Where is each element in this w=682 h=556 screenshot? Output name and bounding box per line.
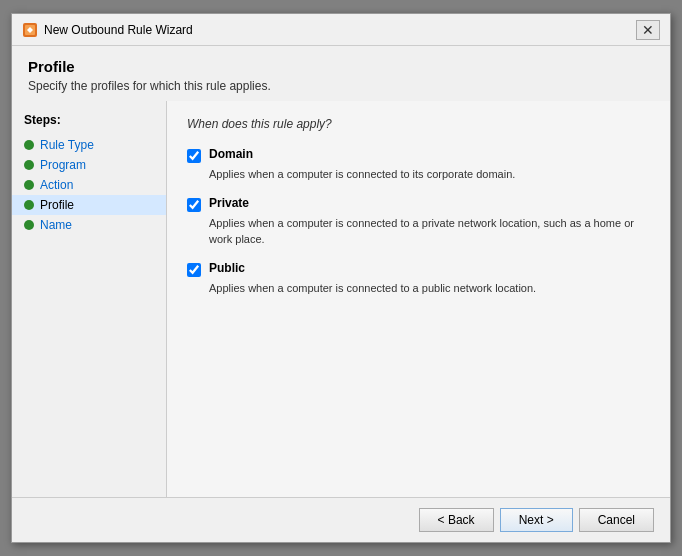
wizard-header: Profile Specify the profiles for which t… [12,46,670,101]
content-area: Profile Specify the profiles for which t… [12,46,670,542]
private-description: Applies when a computer is connected to … [209,216,650,247]
option-private: Private Applies when a computer is conne… [187,196,650,247]
question-text: When does this rule apply? [187,117,650,131]
step-indicator [24,220,34,230]
sidebar-item-profile[interactable]: Profile [12,195,166,215]
next-button[interactable]: Next > [500,508,573,532]
sidebar-item-program[interactable]: Program [12,155,166,175]
public-checkbox[interactable] [187,263,201,277]
option-private-row: Private [187,196,650,212]
sidebar-item-label: Program [40,158,86,172]
close-button[interactable]: ✕ [636,20,660,40]
title-bar: New Outbound Rule Wizard ✕ [12,14,670,46]
domain-description: Applies when a computer is connected to … [209,167,650,182]
sidebar-header: Steps: [12,109,166,135]
main-body: Steps: Rule Type Program Action Profile [12,101,670,497]
window-title: New Outbound Rule Wizard [44,23,193,37]
step-indicator [24,160,34,170]
sidebar-item-label: Action [40,178,73,192]
right-panel: When does this rule apply? Domain Applie… [167,101,670,497]
page-subtitle: Specify the profiles for which this rule… [28,79,654,93]
private-label: Private [209,196,249,210]
domain-label: Domain [209,147,253,161]
sidebar: Steps: Rule Type Program Action Profile [12,101,167,497]
sidebar-item-label: Profile [40,198,74,212]
option-public: Public Applies when a computer is connec… [187,261,650,296]
window-icon [22,22,38,38]
sidebar-item-rule-type[interactable]: Rule Type [12,135,166,155]
step-indicator [24,140,34,150]
cancel-button[interactable]: Cancel [579,508,654,532]
sidebar-item-label: Rule Type [40,138,94,152]
wizard-footer: < Back Next > Cancel [12,497,670,542]
step-indicator [24,180,34,190]
option-public-row: Public [187,261,650,277]
sidebar-item-label: Name [40,218,72,232]
sidebar-item-name[interactable]: Name [12,215,166,235]
page-title: Profile [28,58,654,75]
domain-checkbox[interactable] [187,149,201,163]
public-description: Applies when a computer is connected to … [209,281,650,296]
sidebar-item-action[interactable]: Action [12,175,166,195]
private-checkbox[interactable] [187,198,201,212]
step-indicator [24,200,34,210]
option-domain: Domain Applies when a computer is connec… [187,147,650,182]
option-domain-row: Domain [187,147,650,163]
title-bar-left: New Outbound Rule Wizard [22,22,193,38]
wizard-window: New Outbound Rule Wizard ✕ Profile Speci… [11,13,671,543]
public-label: Public [209,261,245,275]
back-button[interactable]: < Back [419,508,494,532]
